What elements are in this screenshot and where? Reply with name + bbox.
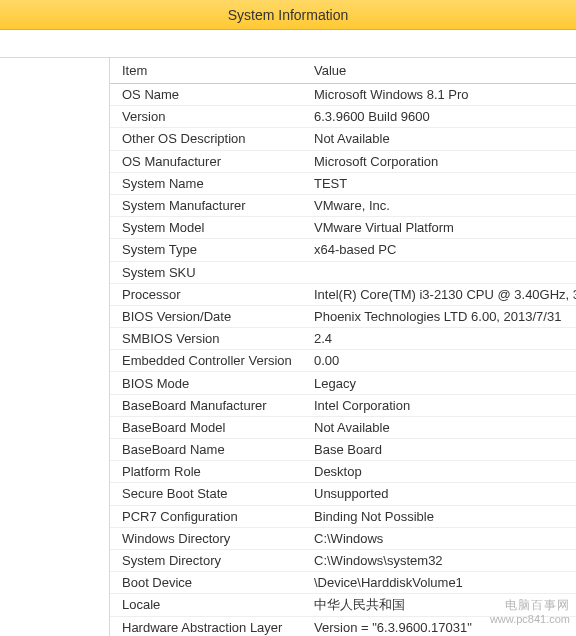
row-item: OS Name [110,87,310,102]
navigation-pane[interactable] [0,58,110,636]
row-value: VMware Virtual Platform [310,220,576,235]
row-item: Hardware Abstraction Layer [110,620,310,635]
system-info-grid: Item Value OS NameMicrosoft Windows 8.1 … [110,58,576,636]
row-item: Processor [110,287,310,302]
row-value: Not Available [310,131,576,146]
row-item: System Directory [110,553,310,568]
details-pane: Item Value OS NameMicrosoft Windows 8.1 … [110,58,576,636]
table-row[interactable]: System ManufacturerVMware, Inc. [110,195,576,217]
table-row[interactable]: BaseBoard ManufacturerIntel Corporation [110,395,576,417]
row-item: OS Manufacturer [110,154,310,169]
row-value: Base Board [310,442,576,457]
table-row[interactable]: Hardware Abstraction LayerVersion = "6.3… [110,617,576,637]
table-row[interactable]: Platform RoleDesktop [110,461,576,483]
row-value: 中华人民共和国 [310,596,576,614]
row-item: Boot Device [110,575,310,590]
grid-body: OS NameMicrosoft Windows 8.1 ProVersion6… [110,84,576,636]
row-value: 2.4 [310,331,576,346]
table-row[interactable]: BIOS Version/DatePhoenix Technologies LT… [110,306,576,328]
title-bar: System Information [0,0,576,30]
row-item: Version [110,109,310,124]
table-row[interactable]: Windows DirectoryC:\Windows [110,528,576,550]
table-row[interactable]: SMBIOS Version2.4 [110,328,576,350]
row-item: BIOS Version/Date [110,309,310,324]
row-item: System Name [110,176,310,191]
row-item: PCR7 Configuration [110,509,310,524]
table-row[interactable]: System NameTEST [110,173,576,195]
row-item: BaseBoard Model [110,420,310,435]
row-item: BaseBoard Name [110,442,310,457]
row-value: Intel Corporation [310,398,576,413]
row-item: System Model [110,220,310,235]
row-item: System Type [110,242,310,257]
table-row[interactable]: Other OS DescriptionNot Available [110,128,576,150]
table-row[interactable]: System DirectoryC:\Windows\system32 [110,550,576,572]
table-row[interactable]: BaseBoard ModelNot Available [110,417,576,439]
row-value: Binding Not Possible [310,509,576,524]
row-value: Not Available [310,420,576,435]
row-value: Desktop [310,464,576,479]
row-value: Version = "6.3.9600.17031" [310,620,576,635]
table-row[interactable]: PCR7 ConfigurationBinding Not Possible [110,506,576,528]
window-title: System Information [228,7,349,23]
row-value: 6.3.9600 Build 9600 [310,109,576,124]
table-row[interactable]: OS NameMicrosoft Windows 8.1 Pro [110,84,576,106]
row-item: System Manufacturer [110,198,310,213]
table-row[interactable]: ProcessorIntel(R) Core(TM) i3-2130 CPU @… [110,284,576,306]
row-value: VMware, Inc. [310,198,576,213]
row-value: Microsoft Windows 8.1 Pro [310,87,576,102]
grid-header[interactable]: Item Value [110,58,576,84]
row-value: C:\Windows [310,531,576,546]
content-area: Item Value OS NameMicrosoft Windows 8.1 … [0,58,576,636]
table-row[interactable]: System Typex64-based PC [110,239,576,261]
toolbar-strip [0,30,576,58]
row-item: System SKU [110,265,310,280]
row-value: Microsoft Corporation [310,154,576,169]
row-value: \Device\HarddiskVolume1 [310,575,576,590]
table-row[interactable]: System SKU [110,262,576,284]
table-row[interactable]: Secure Boot StateUnsupported [110,483,576,505]
table-row[interactable]: OS ManufacturerMicrosoft Corporation [110,151,576,173]
row-value: Phoenix Technologies LTD 6.00, 2013/7/31 [310,309,576,324]
table-row[interactable]: System ModelVMware Virtual Platform [110,217,576,239]
row-value: TEST [310,176,576,191]
row-item: BIOS Mode [110,376,310,391]
row-item: BaseBoard Manufacturer [110,398,310,413]
header-item[interactable]: Item [110,63,310,78]
row-item: Windows Directory [110,531,310,546]
header-value[interactable]: Value [310,63,576,78]
row-value: Intel(R) Core(TM) i3-2130 CPU @ 3.40GHz,… [310,287,576,302]
row-value: x64-based PC [310,242,576,257]
row-value: Unsupported [310,486,576,501]
table-row[interactable]: BIOS ModeLegacy [110,372,576,394]
table-row[interactable]: BaseBoard NameBase Board [110,439,576,461]
table-row[interactable]: Boot Device\Device\HarddiskVolume1 [110,572,576,594]
table-row[interactable]: Locale中华人民共和国 [110,594,576,616]
row-item: Platform Role [110,464,310,479]
table-row[interactable]: Embedded Controller Version0.00 [110,350,576,372]
row-value: 0.00 [310,353,576,368]
row-item: Secure Boot State [110,486,310,501]
row-value: C:\Windows\system32 [310,553,576,568]
table-row[interactable]: Version6.3.9600 Build 9600 [110,106,576,128]
row-item: Other OS Description [110,131,310,146]
row-item: Locale [110,597,310,612]
row-item: SMBIOS Version [110,331,310,346]
row-item: Embedded Controller Version [110,353,310,368]
row-value: Legacy [310,376,576,391]
